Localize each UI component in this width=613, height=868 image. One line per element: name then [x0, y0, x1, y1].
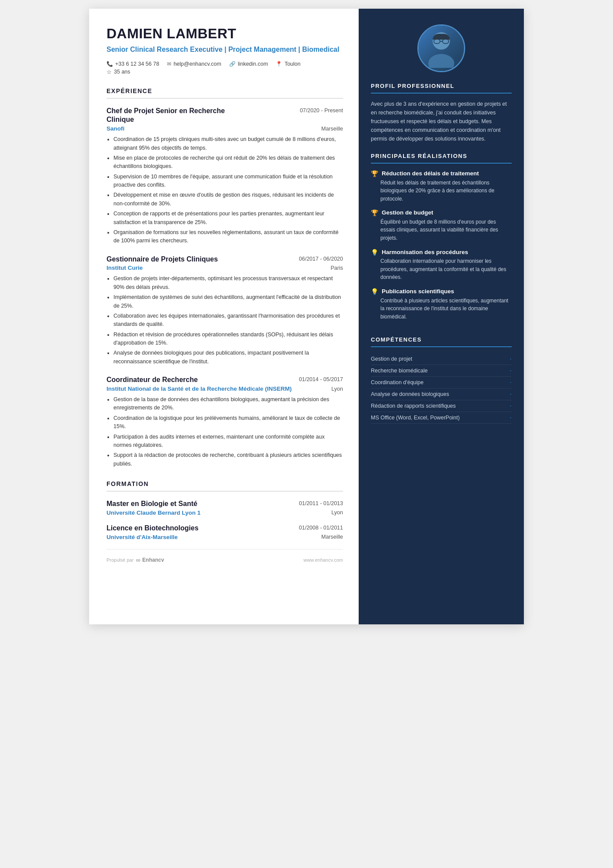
achievement-4: 💡 Publications scientifiques Contribué à…	[371, 288, 512, 321]
achievement-3-icon: 💡	[371, 249, 378, 256]
right-column: PROFIL PROFESSIONNEL Avec plus de 3 ans …	[359, 9, 524, 624]
job-3-bullet-2: Coordination de la logistique pour les p…	[113, 414, 343, 431]
job-2-bullets: Gestion de projets inter-départements, o…	[107, 275, 343, 366]
experience-divider	[107, 98, 343, 99]
achievement-2-title: Gestion de budget	[382, 209, 433, 217]
realisations-section: PRINCIPALES RÉALISATIONS 🏆 Réduction des…	[359, 153, 524, 327]
achievement-3-title: Harmonisation des procédures	[382, 248, 468, 256]
experience-section: EXPÉRIENCE Chef de Projet Senior en Rech…	[107, 87, 343, 468]
job-1-bullet-5: Conception de rapports et de présentatio…	[113, 210, 343, 227]
job-2-bullet-1: Gestion de projets inter-départements, o…	[113, 275, 343, 292]
avatar	[417, 24, 465, 72]
achievement-1-title: Réduction des délais de traitement	[382, 170, 479, 178]
enhancv-heart-icon: ∞	[136, 556, 140, 563]
avatar-area	[359, 9, 524, 83]
achievement-4-title: Publications scientifiques	[382, 288, 454, 295]
job-1-bullets: Coordination de 15 projets cliniques mul…	[107, 135, 343, 245]
edu-1-location: Lyon	[331, 509, 343, 516]
edu-2-dates: 01/2008 - 01/2011	[299, 524, 343, 531]
skill-1: Gestion de projet ·	[371, 353, 512, 365]
job-3-bullet-1: Gestion de la base de données des échant…	[113, 395, 343, 412]
job-2: Gestionnaire de Projets Cliniques 06/201…	[107, 255, 343, 366]
edu-1: Master en Biologie et Santé 01/2011 - 01…	[107, 499, 343, 516]
formation-divider	[107, 491, 343, 492]
svg-point-1	[428, 54, 454, 68]
location-icon: 📍	[276, 61, 282, 67]
skill-dot-1: ·	[510, 355, 512, 362]
job-3-company: Institut National de la Santé et de la R…	[107, 385, 292, 392]
skill-4: Analyse de données biologiques ·	[371, 389, 512, 400]
achievement-1: 🏆 Réduction des délais de traitement Réd…	[371, 170, 512, 203]
header-title: Senior Clinical Research Executive | Pro…	[107, 45, 343, 54]
edu-1-dates: 01/2011 - 01/2013	[299, 499, 343, 506]
job-3-bullet-3: Participation à des audits internes et e…	[113, 433, 343, 450]
job-2-title: Gestionnaire de Projets Cliniques	[107, 255, 218, 264]
achievement-4-desc: Contribué à plusieurs articles scientifi…	[371, 297, 512, 321]
job-3: Coordinateur de Recherche 01/2014 - 05/2…	[107, 375, 343, 468]
job-2-bullet-3: Collaboration avec les équipes internati…	[113, 312, 343, 329]
brand-name: Enhancv	[142, 557, 164, 563]
contact-phone: 📞 +33 6 12 34 56 78	[107, 61, 159, 67]
star-icon: ☆	[107, 69, 112, 75]
realisations-title: PRINCIPALES RÉALISATIONS	[371, 153, 512, 159]
job-1-company: Sanofi	[107, 125, 124, 132]
profil-divider	[371, 93, 512, 94]
avatar-placeholder	[419, 26, 464, 71]
job-1-bullet-1: Coordination de 15 projets cliniques mul…	[113, 135, 343, 152]
edu-1-school: Université Claude Bernard Lyon 1	[107, 509, 200, 516]
edu-2: Licence en Biotechnologies 01/2008 - 01/…	[107, 524, 343, 540]
competences-divider	[371, 346, 512, 347]
header-name: DAMIEN LAMBERT	[107, 26, 343, 41]
skill-5: Rédaction de rapports scientifiques ·	[371, 400, 512, 412]
achievement-2: 🏆 Gestion de budget Équilibré un budget …	[371, 209, 512, 242]
job-1-bullet-4: Développement et mise en œuvre d'outils …	[113, 191, 343, 208]
achievement-4-icon: 💡	[371, 288, 378, 295]
contact-city: 📍 Toulon	[276, 61, 300, 67]
skill-3: Coordination d'équipe ·	[371, 377, 512, 389]
skill-dot-3: ·	[510, 379, 512, 386]
job-3-bullet-4: Support à la rédaction de protocoles de …	[113, 451, 343, 468]
skill-dot-6: ·	[510, 414, 512, 421]
job-1-bullet-2: Mise en place de protocoles de recherche…	[113, 154, 343, 171]
job-2-dates: 06/2017 - 06/2020	[299, 255, 343, 262]
achievement-2-desc: Équilibré un budget de 8 millions d'euro…	[371, 218, 512, 242]
email-icon: ✉	[167, 61, 171, 67]
edu-1-degree: Master en Biologie et Santé	[107, 499, 197, 509]
profil-text: Avec plus de 3 ans d'expérience en gesti…	[371, 100, 512, 143]
competences-section: COMPÉTENCES Gestion de projet · Recherch…	[359, 336, 524, 424]
job-1-bullet-6: Organisation de formations sur les nouve…	[113, 228, 343, 245]
skill-dot-4: ·	[510, 391, 512, 398]
job-1: Chef de Projet Senior en Recherche Clini…	[107, 107, 343, 245]
profil-section: PROFIL PROFESSIONNEL Avec plus de 3 ans …	[359, 83, 524, 143]
formation-title: FORMATION	[107, 480, 343, 487]
contact-linkedin: 🔗 linkedin.com	[229, 61, 268, 67]
experience-title: EXPÉRIENCE	[107, 87, 343, 94]
contact-email: ✉ help@enhancv.com	[167, 61, 221, 67]
job-1-title: Chef de Projet Senior en Recherche Clini…	[107, 107, 244, 125]
footer-website: www.enhancv.com	[303, 557, 343, 563]
skill-dot-2: ·	[510, 367, 512, 374]
job-2-company: Institut Curie	[107, 265, 143, 271]
job-3-location: Lyon	[331, 386, 343, 392]
job-3-bullets: Gestion de la base de données des échant…	[107, 395, 343, 468]
skill-2: Recherche biomédicale ·	[371, 365, 512, 377]
achievement-3-desc: Collaboration internationale pour harmon…	[371, 257, 512, 282]
job-3-title: Coordinateur de Recherche	[107, 375, 198, 385]
edu-2-degree: Licence en Biotechnologies	[107, 524, 199, 533]
contact-age: ☆ 35 ans	[107, 69, 343, 75]
linkedin-icon: 🔗	[229, 61, 236, 67]
realisations-divider	[371, 163, 512, 164]
job-2-bullet-5: Analyse de données biologiques pour des …	[113, 349, 343, 366]
job-1-location: Marseille	[321, 126, 343, 132]
left-footer: Propulsé par ∞ Enhancv www.enhancv.com	[107, 549, 343, 563]
achievement-1-desc: Réduit les délais de traitement des écha…	[371, 179, 512, 203]
job-2-bullet-4: Rédaction et révision de procédures opér…	[113, 331, 343, 348]
job-3-dates: 01/2014 - 05/2017	[299, 375, 343, 382]
skill-dot-5: ·	[510, 402, 512, 409]
job-2-bullet-2: Implémentation de systèmes de suivi des …	[113, 293, 343, 310]
edu-2-location: Marseille	[321, 534, 343, 540]
achievement-1-icon: 🏆	[371, 170, 378, 177]
achievement-3: 💡 Harmonisation des procédures Collabora…	[371, 248, 512, 282]
powered-by-label: Propulsé par	[107, 557, 133, 563]
achievement-2-icon: 🏆	[371, 209, 378, 216]
